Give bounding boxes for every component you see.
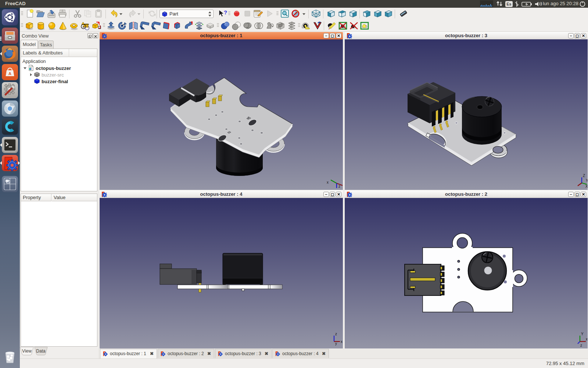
svg-text:A: A: [8, 71, 11, 76]
svg-text:X: X: [585, 184, 588, 188]
svg-text:x: x: [586, 337, 588, 341]
svg-text:z: z: [335, 332, 337, 336]
svg-text:x: x: [327, 180, 329, 184]
svg-text:z: z: [580, 343, 582, 347]
svg-text:Data: Data: [36, 348, 46, 354]
svg-text:View: View: [22, 348, 32, 354]
svg-text:y: y: [335, 342, 337, 346]
svg-text:?: ?: [224, 9, 227, 15]
svg-text:Y: Y: [581, 332, 584, 336]
svg-text:z: z: [338, 184, 340, 188]
svg-text:Y: Y: [586, 178, 588, 183]
svg-text:x: x: [341, 340, 343, 344]
svg-text:⌀: ⌀: [83, 25, 85, 28]
svg-text:Z: Z: [583, 174, 585, 178]
svg-text:Es: Es: [506, 2, 511, 6]
